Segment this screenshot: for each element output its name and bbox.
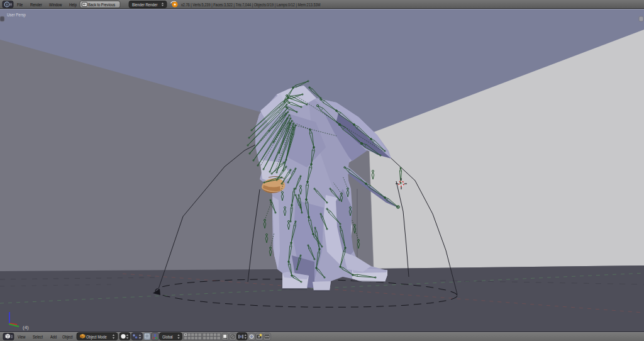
svg-text:(4): (4) bbox=[23, 325, 29, 330]
svg-text:User Persp: User Persp bbox=[7, 12, 26, 18]
